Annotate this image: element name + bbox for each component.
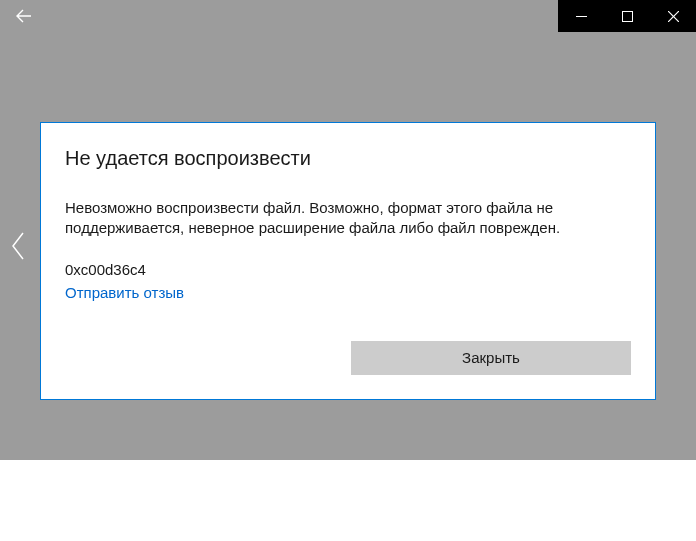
minimize-icon (576, 11, 587, 22)
maximize-button[interactable] (604, 0, 650, 32)
close-icon (668, 11, 679, 22)
minimize-button[interactable] (558, 0, 604, 32)
dialog-buttons: Закрыть (65, 341, 631, 375)
svg-rect-1 (622, 11, 632, 21)
title-bar (0, 0, 696, 32)
chevron-left-icon (10, 231, 26, 261)
back-button[interactable] (0, 0, 48, 32)
error-code: 0xc00d36c4 (65, 261, 631, 278)
maximize-icon (622, 11, 633, 22)
title-bar-controls (558, 0, 696, 32)
arrow-left-icon (16, 8, 32, 24)
dialog-message: Невозможно воспроизвести файл. Возможно,… (65, 198, 631, 239)
previous-button[interactable] (4, 216, 32, 276)
title-bar-left (0, 0, 48, 32)
window-close-button[interactable] (650, 0, 696, 32)
send-feedback-link[interactable]: Отправить отзыв (65, 284, 184, 301)
content-area: Не удается воспроизвести Невозможно восп… (0, 32, 696, 460)
app-window: Не удается воспроизвести Невозможно восп… (0, 0, 696, 460)
error-dialog: Не удается воспроизвести Невозможно восп… (40, 122, 656, 400)
dialog-title: Не удается воспроизвести (65, 147, 631, 170)
dialog-close-button[interactable]: Закрыть (351, 341, 631, 375)
